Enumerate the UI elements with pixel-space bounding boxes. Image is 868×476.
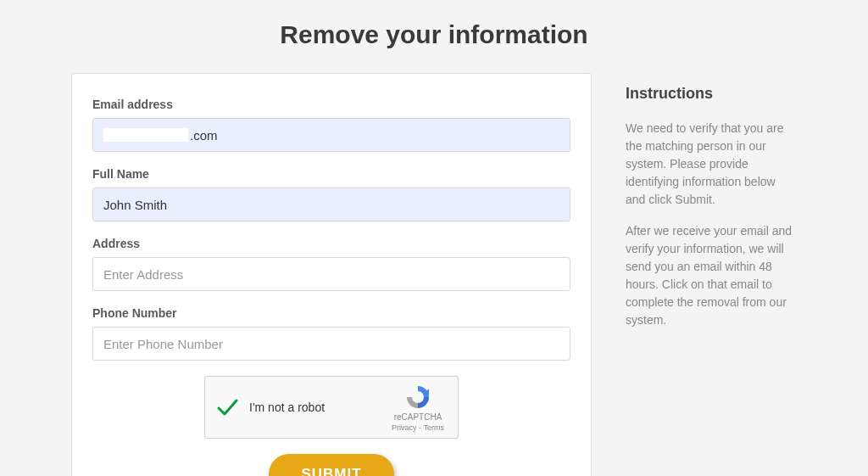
instructions-title: Instructions (626, 85, 797, 103)
phone-group: Phone Number (92, 306, 570, 361)
recaptcha-links: Privacy - Terms (392, 423, 444, 432)
instructions-paragraph-2: After we receive your email and verify y… (626, 222, 797, 329)
email-group: Email address .com (92, 98, 570, 152)
page-title: Remove your information (0, 0, 868, 73)
submit-button[interactable]: SUBMIT (269, 454, 393, 476)
instructions-paragraph-1: We need to verify that you are the match… (626, 120, 797, 209)
instructions-sidebar: Instructions We need to verify that you … (626, 73, 797, 476)
captcha-wrap: I'm not a robot reCAPTCHA Privacy - Term… (92, 376, 570, 439)
recaptcha-terms-link[interactable]: Terms (423, 423, 444, 432)
recaptcha-checkmark-icon (215, 395, 239, 419)
address-label: Address (92, 237, 570, 250)
fullname-label: Full Name (92, 167, 570, 181)
address-group: Address (92, 237, 570, 291)
email-value-suffix: .com (190, 128, 218, 143)
submit-wrap: SUBMIT (92, 454, 570, 476)
recaptcha-label: I'm not a robot (249, 400, 388, 414)
email-field[interactable]: .com (92, 118, 570, 152)
phone-field[interactable] (92, 327, 570, 361)
recaptcha-brand: reCAPTCHA Privacy - Terms (388, 384, 448, 432)
fullname-group: Full Name (92, 167, 570, 221)
recaptcha-privacy-link[interactable]: Privacy (392, 423, 417, 432)
content-row: Email address .com Full Name Address Pho… (0, 73, 868, 476)
email-redacted-part (103, 128, 188, 142)
recaptcha-brand-name: reCAPTCHA (394, 412, 442, 422)
address-field[interactable] (92, 257, 570, 291)
fullname-field[interactable] (92, 188, 570, 221)
email-label: Email address (92, 98, 570, 111)
phone-label: Phone Number (92, 306, 570, 320)
form-card: Email address .com Full Name Address Pho… (71, 73, 592, 476)
recaptcha-widget[interactable]: I'm not a robot reCAPTCHA Privacy - Term… (204, 376, 459, 439)
recaptcha-logo-icon (404, 384, 431, 411)
